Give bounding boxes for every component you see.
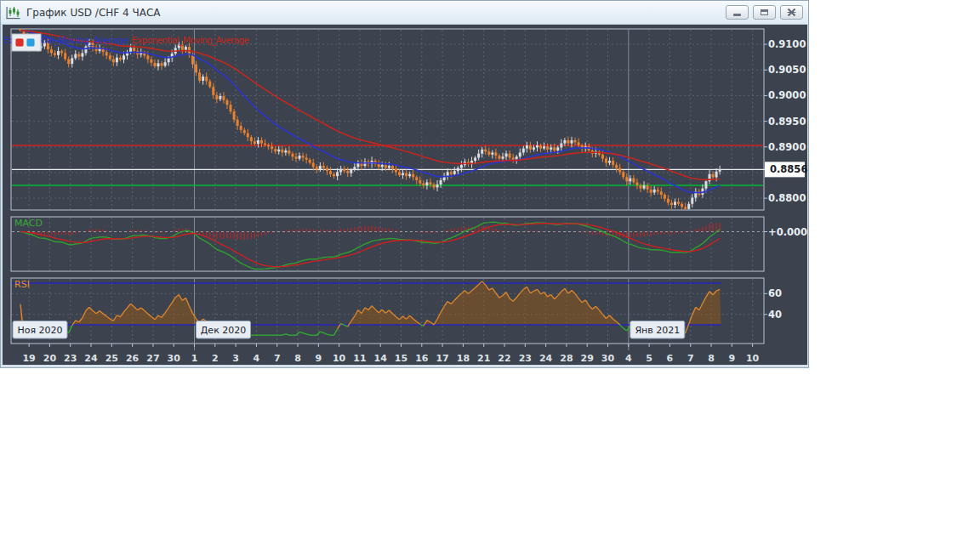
macd-axis-label: +0.000 — [768, 226, 807, 238]
x-axis-label: 17 — [436, 353, 448, 364]
blue-indicator-button[interactable] — [26, 38, 35, 47]
x-axis-label: 30 — [168, 353, 181, 364]
close-button[interactable] — [780, 5, 803, 20]
restore-button[interactable] — [753, 5, 776, 20]
x-axis-label: 8 — [294, 353, 301, 364]
month-box-label: Янв 2021 — [635, 325, 680, 336]
x-axis-label: 3 — [232, 353, 239, 364]
price-axis-label: 0.9100 — [768, 38, 806, 50]
price-axis-label: 0.8800 — [768, 192, 806, 204]
window-controls — [726, 5, 808, 20]
x-axis-label: 20 — [43, 353, 57, 364]
red-indicator-button[interactable] — [15, 38, 24, 47]
x-axis-label: 18 — [457, 353, 470, 364]
price-axis-label: 0.8950 — [768, 116, 806, 128]
x-axis-label: 4 — [625, 353, 632, 364]
x-axis-label: 16 — [415, 353, 429, 364]
x-axis-label: 24 — [84, 353, 98, 364]
chart-window: График USD /CHF 4 ЧАСА 0.91000.90500.900… — [0, 0, 809, 368]
x-axis-label: 8 — [708, 353, 715, 364]
x-axis-label: 5 — [646, 353, 652, 364]
rsi-label: RSI — [14, 279, 30, 290]
rsi-fill — [20, 281, 721, 325]
x-axis-label: 10 — [333, 353, 346, 364]
x-axis-label: 21 — [477, 353, 490, 364]
price-axis-label: 0.9050 — [768, 64, 806, 76]
window-title: График USD /CHF 4 ЧАСА — [26, 7, 161, 19]
candles-layer — [20, 29, 721, 210]
x-axis-label: 9 — [728, 353, 735, 364]
macd-pane-frame — [11, 217, 764, 271]
x-axis-label: 30 — [601, 353, 615, 364]
rsi-axis-label: 40 — [768, 309, 782, 321]
x-axis-label: 28 — [560, 353, 573, 364]
month-box-label: Дек 2020 — [201, 325, 247, 336]
x-axis-label: 23 — [64, 353, 77, 364]
x-axis-label: 14 — [374, 353, 388, 364]
x-axis-label: 24 — [539, 353, 553, 364]
month-box-label: Ноя 2020 — [17, 325, 62, 336]
x-axis-label: 29 — [581, 353, 594, 364]
x-axis-label: 1 — [191, 353, 198, 364]
price-axis-label: 0.9000 — [768, 89, 806, 101]
macd-line — [20, 222, 720, 269]
current-price-value: 0.8856 — [770, 163, 807, 175]
x-axis-label: 27 — [146, 353, 159, 364]
legend-ema-slow: Exponential_Moving_Average — [132, 35, 249, 46]
minimize-button[interactable] — [726, 5, 749, 20]
rsi-axis-label: 60 — [768, 287, 782, 299]
x-axis-label: 7 — [687, 353, 694, 364]
chart-icon — [6, 6, 21, 20]
x-axis-label: 23 — [519, 353, 532, 364]
x-axis-label: 22 — [498, 353, 510, 364]
x-axis-label: 6 — [667, 353, 674, 364]
x-axis-label: 19 — [22, 353, 35, 364]
x-axis-label: 9 — [315, 353, 322, 364]
chart-canvas[interactable]: 0.91000.90500.90000.89500.89000.88000.88… — [1, 25, 809, 366]
desktop: График USD /CHF 4 ЧАСА 0.91000.90500.900… — [0, 0, 980, 551]
price-axis-label: 0.8900 — [768, 141, 806, 153]
window-titlebar[interactable]: График USD /CHF 4 ЧАСА — [1, 1, 808, 25]
macd-signal-line — [20, 224, 720, 267]
minimize-icon — [733, 14, 741, 16]
x-axis-label: 11 — [353, 353, 366, 364]
x-axis-label: 7 — [274, 353, 281, 364]
close-icon — [787, 8, 796, 17]
x-axis-label: 10 — [746, 353, 760, 364]
x-axis-label: 2 — [212, 353, 219, 364]
x-axis-label: 4 — [254, 353, 260, 364]
restore-icon — [761, 9, 768, 15]
x-axis-label: 26 — [126, 353, 140, 364]
ema-line-21 — [20, 31, 720, 193]
macd-label: MACD — [14, 218, 43, 229]
x-axis-label: 25 — [105, 353, 118, 364]
x-axis-label: 15 — [395, 353, 407, 364]
